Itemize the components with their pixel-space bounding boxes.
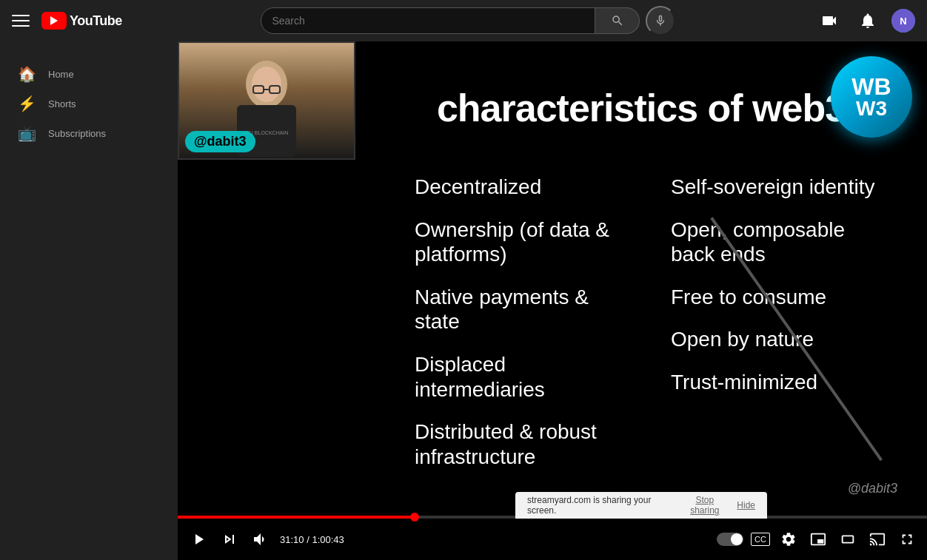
search-bar — [261, 6, 675, 36]
avatar[interactable]: N — [891, 9, 915, 33]
controls-right: CC — [717, 528, 918, 550]
slide-item: Free to consume — [671, 285, 883, 310]
toggle-track[interactable] — [717, 533, 743, 546]
time-display: 31:10 / 1:00:43 — [280, 534, 344, 545]
cc-label: CC — [754, 535, 766, 544]
youtube-logo[interactable]: YouTube — [41, 12, 122, 30]
slide-item: Native payments & state — [415, 285, 626, 334]
home-icon: 🏠 — [18, 65, 36, 83]
svg-point-4 — [252, 67, 281, 102]
create-button[interactable] — [814, 6, 844, 36]
slide-item: Ownership (of data & platforms) — [415, 217, 626, 267]
cast-icon — [869, 531, 886, 547]
toggle-thumb — [731, 533, 743, 545]
next-icon — [221, 530, 238, 548]
avatar-image: N — [891, 9, 915, 33]
sidebar-item-label: Shorts — [48, 98, 76, 109]
sidebar-item-shorts[interactable]: ⚡ Shorts — [0, 89, 178, 118]
menu-button[interactable] — [12, 12, 30, 30]
mic-icon — [654, 14, 667, 27]
slide-container: WB W3 characteristics of web3 Decentrali… — [355, 41, 927, 519]
slide-item: Decentralized — [415, 175, 626, 200]
main-content: 🏠 Home ⚡ Shorts 📺 Subscriptions — [0, 41, 927, 560]
stop-sharing-button[interactable]: Stop sharing — [681, 495, 728, 516]
badge-line1: WB — [851, 75, 891, 98]
sidebar-section-main: 🏠 Home ⚡ Shorts 📺 Subscriptions — [0, 53, 178, 154]
sidebar: 🏠 Home ⚡ Shorts 📺 Subscriptions — [0, 41, 178, 560]
theater-icon — [840, 531, 856, 547]
wbw3-badge: WB W3 — [831, 56, 912, 138]
autoplay-toggle[interactable] — [717, 533, 743, 546]
sidebar-item-home[interactable]: 🏠 Home — [0, 59, 178, 89]
settings-button[interactable] — [777, 528, 800, 550]
slide-title: characteristics of web3 — [400, 86, 883, 130]
badge-line2: W3 — [856, 98, 887, 119]
miniplayer-button[interactable] — [807, 528, 829, 550]
slide-item: Distributed & robust infrastructure — [415, 419, 626, 469]
slide-inner: WB W3 characteristics of web3 Decentrali… — [355, 41, 927, 519]
video-area: ITU BLOCKCHAIN @dabit3 WB W3 characteris… — [178, 41, 927, 560]
cam-label: @dabit3 — [185, 131, 255, 152]
bell-icon — [859, 12, 877, 30]
streamyard-banner: streamyard.com is sharing your screen. S… — [515, 492, 767, 519]
search-button[interactable] — [595, 7, 640, 34]
youtube-logo-icon — [41, 12, 67, 30]
volume-icon — [252, 530, 270, 548]
volume-button[interactable] — [249, 527, 272, 551]
slide-col-right: Self-sovereign identity Open, composable… — [671, 175, 883, 469]
play-icon — [190, 530, 207, 548]
search-icon — [611, 14, 624, 27]
search-input-wrap — [261, 7, 595, 34]
create-icon — [820, 12, 838, 30]
slide-watermark: @dabit3 — [848, 481, 897, 496]
cast-button[interactable] — [866, 528, 888, 550]
slide-item: Self-sovereign identity — [671, 175, 883, 200]
sidebar-item-subscriptions[interactable]: 📺 Subscriptions — [0, 118, 178, 148]
play-button[interactable] — [187, 527, 210, 551]
subscriptions-icon: 📺 — [18, 124, 36, 142]
search-input[interactable] — [272, 15, 584, 27]
notifications-button[interactable] — [853, 6, 883, 36]
fullscreen-button[interactable] — [896, 528, 918, 550]
cc-button[interactable]: CC — [751, 533, 770, 546]
mic-button[interactable] — [646, 6, 675, 36]
shorts-icon: ⚡ — [18, 95, 36, 112]
slide-item: Trust-minimized — [671, 370, 883, 395]
time-total: 1:00:43 — [312, 534, 344, 545]
slide-item: Open by nature — [671, 327, 883, 352]
presenter-cam: ITU BLOCKCHAIN @dabit3 — [178, 41, 355, 160]
slide-item: Displaced intermediaries — [415, 352, 626, 402]
time-current: 31:10 — [280, 534, 304, 545]
sidebar-item-label: Home — [48, 69, 74, 80]
youtube-logo-text: YouTube — [70, 13, 122, 29]
fullscreen-icon — [899, 531, 915, 547]
sidebar-item-label: Subscriptions — [48, 128, 106, 139]
video-controls: 31:10 / 1:00:43 CC — [178, 519, 927, 560]
next-button[interactable] — [218, 527, 241, 551]
slide-col-left: Decentralized Ownership (of data & platf… — [415, 175, 626, 469]
theater-button[interactable] — [837, 528, 859, 550]
top-nav: YouTube N — [0, 0, 927, 41]
nav-right: N — [814, 6, 915, 36]
settings-icon — [780, 531, 797, 547]
slide-columns: Decentralized Ownership (of data & platf… — [400, 175, 883, 469]
hide-button[interactable]: Hide — [737, 500, 755, 510]
miniplayer-icon — [810, 531, 826, 547]
streamyard-text: streamyard.com is sharing your screen. — [527, 495, 672, 516]
slide-item: Open, composable back ends — [671, 217, 883, 267]
svg-text:N: N — [900, 16, 906, 27]
